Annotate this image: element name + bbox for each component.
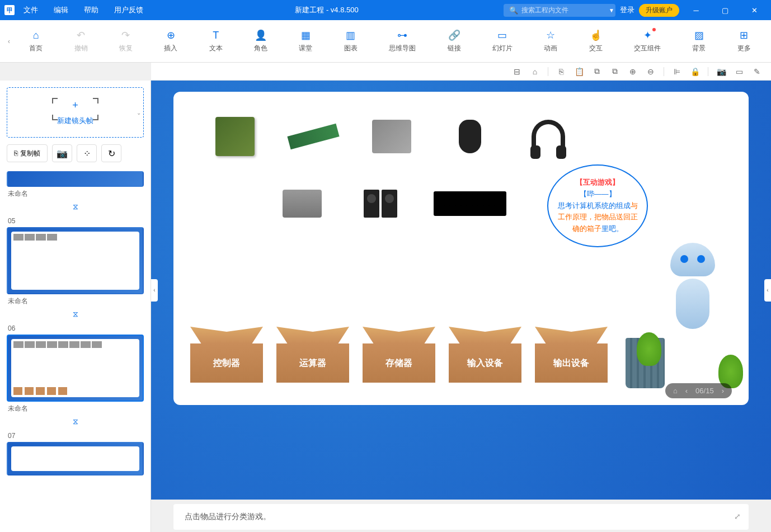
ribbon-恢复[interactable]: ↷恢复 [109, 27, 143, 55]
nav-prev-icon[interactable]: ‹ [685, 387, 688, 395]
ribbon-label: 交互组件 [634, 44, 661, 53]
hardware-items-grid [185, 103, 737, 237]
nav-home-icon[interactable]: ⌂ [673, 387, 678, 395]
frame-thumbnail[interactable] [7, 227, 144, 294]
frame-item[interactable]: 未命名 [7, 171, 144, 201]
ribbon-课堂[interactable]: ▦课堂 [289, 27, 322, 55]
frame-item-07[interactable]: 07 [7, 430, 144, 475]
ribbon-icon: ▦ [299, 29, 312, 41]
ribbon-更多[interactable]: ⊞更多 [727, 27, 761, 55]
ribbon-背景[interactable]: ▨背景 [682, 27, 716, 55]
drop-box-input[interactable]: 输入设备 [449, 327, 521, 388]
ribbon-prev-button[interactable]: ‹ [4, 25, 13, 58]
refresh-button[interactable]: ↻ [101, 144, 121, 162]
ribbon-首页[interactable]: ⌂首页 [19, 27, 53, 55]
ribbon-交互[interactable]: ☝交互 [579, 27, 613, 55]
chevron-down-icon[interactable]: ▼ [609, 7, 614, 13]
home-shape-icon[interactable]: ⌂ [530, 67, 540, 77]
ribbon-label: 更多 [737, 44, 751, 53]
drop-box-arithmetic[interactable]: 运算器 [276, 327, 349, 388]
ruler-icon[interactable]: ⊟ [512, 67, 522, 77]
main-area: + 新建镜头帧 ⌄ ⎘ 复制帧 📷 ⁘ ↻ 未命名 ⧖ 05 [0, 81, 771, 532]
slide-navigation: ⌂ ‹ 06/15 › [665, 383, 732, 398]
collapse-right-button[interactable]: ‹ [764, 279, 771, 302]
lock-icon[interactable]: 🔒 [690, 67, 700, 77]
ribbon-图表[interactable]: ▥图表 [334, 27, 368, 55]
titlebar: 甲 文件 编辑 帮助 用户反馈 新建工程 - v4.8.500 🔍 ▼ 登录 升… [0, 0, 771, 20]
upgrade-button[interactable]: 升级账户 [639, 4, 679, 17]
camera-button[interactable]: 📷 [52, 144, 72, 162]
edit-icon[interactable]: ✎ [752, 67, 762, 77]
close-button[interactable]: ✕ [742, 0, 767, 20]
qr-button[interactable]: ⁘ [77, 144, 97, 162]
cpu-item[interactable] [207, 114, 263, 159]
titlebar-right: 🔍 ▼ 登录 升级账户 ─ ▢ ✕ [504, 0, 767, 20]
ram-item[interactable] [285, 114, 341, 159]
keyboard-item[interactable] [431, 181, 509, 226]
login-link[interactable]: 登录 [620, 5, 634, 15]
frame-label: 未命名 [7, 402, 144, 416]
drop-box-storage[interactable]: 存储器 [363, 327, 435, 388]
copy-icon[interactable]: ⎘ [556, 67, 566, 77]
nav-next-icon[interactable]: › [722, 387, 724, 395]
preview-icon[interactable]: ▭ [734, 67, 744, 77]
ribbon-插入[interactable]: ⊕插入 [154, 27, 187, 55]
frame-item-05[interactable]: 05 未命名 [7, 215, 144, 308]
camera-icon[interactable]: 📷 [716, 67, 726, 77]
ribbon-icon: 🔗 [448, 29, 460, 41]
timer-icon: ⧖ [0, 416, 151, 427]
ribbon-文本[interactable]: T文本 [199, 27, 233, 55]
ribbon-label: 插入 [164, 44, 177, 53]
duplicate-icon[interactable]: ⧉ [592, 67, 602, 77]
ribbon-icon: T [210, 29, 222, 41]
zoom-in-icon[interactable]: ⊕ [628, 67, 638, 77]
headphones-item[interactable] [520, 114, 576, 159]
layers-icon[interactable]: ⧉ [610, 67, 620, 77]
minimize-button[interactable]: ─ [684, 0, 708, 20]
paste-icon[interactable]: 📋 [574, 67, 584, 77]
sub-toolbar: ⊟ ⌂ ⎘ 📋 ⧉ ⧉ ⊕ ⊖ ⊫ 🔒 📷 ▭ ✎ [151, 63, 771, 81]
maximize-button[interactable]: ▢ [713, 0, 737, 20]
menu-help[interactable]: 帮助 [77, 2, 105, 18]
ribbon-label: 思维导图 [389, 44, 416, 53]
ribbon-label: 图表 [344, 44, 358, 53]
speakers-item[interactable] [352, 181, 408, 226]
menu-file[interactable]: 文件 [17, 2, 45, 18]
drop-boxes-row: 控制器 运算器 存储器 输入设备 输出设备 [190, 327, 608, 388]
search-input[interactable] [521, 6, 605, 14]
ribbon-链接[interactable]: 🔗链接 [438, 27, 471, 55]
frame-thumbnail[interactable] [7, 171, 144, 187]
ribbon-label: 文本 [209, 44, 223, 53]
menu-edit[interactable]: 编辑 [47, 2, 75, 18]
drop-box-output[interactable]: 输出设备 [535, 327, 608, 388]
printer-item[interactable] [274, 181, 330, 226]
search-box[interactable]: 🔍 ▼ [504, 4, 615, 17]
expand-icon[interactable]: ⤢ [734, 512, 741, 521]
canvas-wrapper[interactable]: ‹ ‹ 【互动游戏】 【哔——】 思考计算机系统的组 [151, 81, 771, 500]
ribbon-label: 课堂 [299, 44, 312, 53]
ribbon-交互组件[interactable]: ✦交互组件 [624, 27, 671, 55]
copy-frame-button[interactable]: ⎘ 复制帧 [7, 144, 48, 162]
ribbon-思维导图[interactable]: ⊶思维导图 [379, 27, 426, 55]
zoom-out-icon[interactable]: ⊖ [646, 67, 656, 77]
window-title: 新建工程 - v4.8.500 [150, 5, 504, 15]
align-icon[interactable]: ⊫ [672, 67, 682, 77]
ribbon-动画[interactable]: ☆动画 [534, 27, 567, 55]
collapse-left-button[interactable]: ‹ [151, 279, 158, 302]
frame-thumbnail-active[interactable] [7, 335, 144, 402]
hdd-item[interactable] [364, 114, 420, 159]
new-frame-button[interactable]: + 新建镜头帧 ⌄ [7, 87, 144, 138]
ribbon-幻灯片[interactable]: ▭幻灯片 [482, 27, 523, 55]
ribbon-icon: ↷ [120, 29, 132, 41]
slide-canvas[interactable]: 【互动游戏】 【哔——】 思考计算机系统的组成与工作原理，把物品送回正确的箱子里… [173, 92, 749, 405]
ribbon-撤销[interactable]: ↶撤销 [64, 27, 98, 55]
mouse-item[interactable] [442, 114, 498, 159]
ribbon-角色[interactable]: 👤角色 [244, 27, 278, 55]
menu-feedback[interactable]: 用户反馈 [107, 2, 150, 18]
frame-thumbnail[interactable] [7, 442, 144, 475]
copy-icon: ⎘ [14, 149, 18, 157]
drop-box-controller[interactable]: 控制器 [190, 327, 263, 388]
expand-handle-icon[interactable]: ⌄ [137, 110, 141, 116]
frame-item-06[interactable]: 06 未命名 [7, 322, 144, 416]
ribbon-icon: ⊕ [164, 29, 177, 41]
